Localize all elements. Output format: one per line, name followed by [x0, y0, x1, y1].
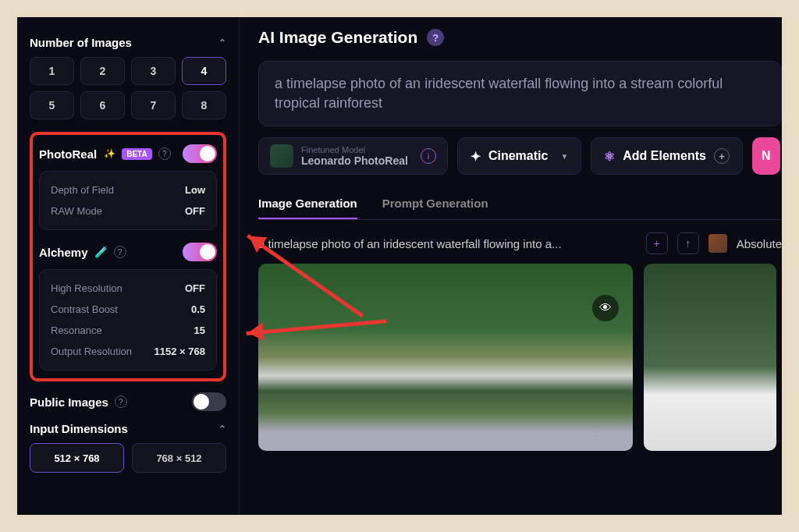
help-icon[interactable]: ? — [427, 29, 444, 46]
info-icon[interactable]: i — [421, 148, 436, 164]
generated-image-2[interactable] — [644, 264, 776, 451]
chevron-up-icon: ⌃ — [218, 37, 226, 48]
image-results: 👁 — [258, 264, 782, 451]
add-elements-button[interactable]: ⚛ Add Elements + — [591, 137, 743, 175]
page-title: AI Image Generation ? — [258, 28, 782, 47]
num-btn-2[interactable]: 2 — [80, 57, 125, 85]
result-model-name: Absolute — [737, 237, 782, 250]
num-images-header[interactable]: Number of Images ⌃ — [30, 36, 226, 49]
num-images-grid: 1 2 3 4 5 6 7 8 — [30, 57, 226, 119]
resonance-row[interactable]: Resonance 15 — [51, 320, 205, 341]
alchemy-row: Alchemy 🧪 ? — [39, 243, 217, 261]
contrast-boost-row[interactable]: Contrast Boost 0.5 — [51, 299, 205, 320]
tab-image-generation[interactable]: Image Generation — [258, 189, 357, 219]
model-selector[interactable]: Finetuned Model Leonardo PhotoReal i — [258, 137, 448, 175]
result-header: a timelapse photo of an iridescent water… — [258, 232, 782, 254]
dimension-buttons: 512 × 768 768 × 512 — [30, 443, 226, 473]
photoreal-settings: Depth of Field Low RAW Mode OFF — [39, 171, 217, 230]
model-thumbnail — [270, 144, 293, 168]
eye-icon[interactable]: 👁 — [592, 295, 619, 321]
chevron-up-icon: ⌃ — [218, 424, 226, 434]
beta-badge: BETA — [122, 148, 151, 160]
model-avatar — [708, 234, 727, 253]
dim-512x768[interactable]: 512 × 768 — [30, 443, 124, 473]
style-selector[interactable]: ✦ Cinematic ▼ — [457, 137, 581, 175]
chevron-down-icon: ▼ — [560, 152, 568, 161]
num-btn-5[interactable]: 5 — [30, 91, 74, 119]
prompt-input[interactable]: a timelapse photo of an iridescent water… — [258, 61, 782, 126]
num-btn-8[interactable]: 8 — [182, 91, 226, 119]
sparkle-icon: ✦ — [471, 149, 481, 164]
alchemy-settings: High Resolution OFF Contrast Boost 0.5 R… — [39, 269, 217, 371]
highlighted-settings-box: PhotoReal ✨ BETA ? Depth of Field Low RA… — [30, 132, 226, 381]
result-title: a timelapse photo of an iridescent water… — [258, 237, 637, 250]
plus-icon: + — [714, 148, 730, 164]
help-icon[interactable]: ? — [115, 395, 127, 408]
public-images-row: Public Images ? — [30, 392, 226, 411]
upload-button[interactable]: ↑ — [677, 232, 699, 254]
new-button[interactable]: N — [752, 137, 780, 175]
depth-of-field-row[interactable]: Depth of Field Low — [51, 179, 205, 200]
atom-icon: ⚛ — [604, 149, 615, 164]
dim-768x512[interactable]: 768 × 512 — [132, 443, 226, 473]
num-btn-4[interactable]: 4 — [182, 57, 226, 85]
input-dimensions-label: Input Dimensions — [30, 422, 128, 435]
generated-image-1[interactable]: 👁 — [258, 264, 633, 451]
num-btn-1[interactable]: 1 — [30, 57, 74, 85]
output-resolution-row[interactable]: Output Resolution 1152 × 768 — [51, 341, 205, 362]
photoreal-title: PhotoReal — [39, 147, 97, 161]
alchemy-title: Alchemy — [39, 246, 88, 259]
num-btn-7[interactable]: 7 — [131, 91, 176, 119]
public-images-toggle[interactable] — [192, 392, 226, 411]
num-btn-6[interactable]: 6 — [80, 91, 125, 119]
flask-icon: 🧪 — [94, 246, 108, 258]
tab-prompt-generation[interactable]: Prompt Generation — [382, 189, 488, 219]
num-btn-3[interactable]: 3 — [131, 57, 176, 85]
alchemy-toggle[interactable] — [183, 243, 217, 261]
help-icon[interactable]: ? — [158, 147, 171, 160]
tabs: Image Generation Prompt Generation — [258, 189, 782, 220]
photoreal-toggle[interactable] — [183, 144, 217, 163]
model-controls-row: Finetuned Model Leonardo PhotoReal i ✦ C… — [258, 137, 782, 175]
public-images-title: Public Images — [30, 395, 108, 409]
photoreal-row: PhotoReal ✨ BETA ? — [39, 144, 217, 163]
num-images-label: Number of Images — [30, 36, 132, 49]
camera-sparkle-icon: ✨ — [103, 147, 115, 160]
help-icon[interactable]: ? — [114, 246, 126, 258]
raw-mode-row[interactable]: RAW Mode OFF — [51, 200, 205, 222]
input-dimensions-header[interactable]: Input Dimensions ⌃ — [30, 422, 226, 435]
add-to-prompt-button[interactable]: + — [646, 232, 668, 254]
high-res-row[interactable]: High Resolution OFF — [51, 278, 205, 299]
